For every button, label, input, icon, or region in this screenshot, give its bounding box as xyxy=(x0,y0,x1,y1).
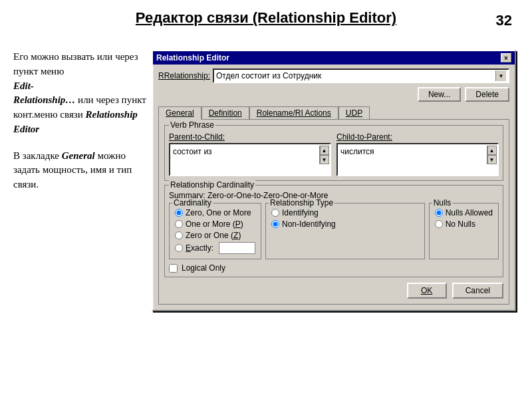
tab-definition[interactable]: Definition xyxy=(201,106,249,120)
relationship-combo-value: Отдел состоит из Сотрудник xyxy=(216,71,321,80)
page-title: Редактор связи (Relationship Editor) xyxy=(136,9,396,27)
radio-no-nulls: No Nulls xyxy=(435,219,493,229)
radio-nulls-allowed-label: Nulls Allowed xyxy=(446,208,493,217)
new-delete-buttons: New... Delete xyxy=(158,87,509,102)
relationship-editor-dialog: Relationship Editor × RRelationship: Отд… xyxy=(152,50,516,311)
tab-panel-general: Verb Phrase Parent-to-Child: состоит из … xyxy=(158,119,509,305)
rel-type-label: Relationship Type xyxy=(269,198,334,207)
nulls-group: Nulls Nulls Allowed No Nulls xyxy=(429,203,499,259)
bottom-buttons: OK Cancel xyxy=(164,283,503,299)
tab-general[interactable]: General xyxy=(158,106,201,120)
cancel-button[interactable]: Cancel xyxy=(452,283,503,299)
cardinality-group: Relationship Cardinality Summary: Zero-o… xyxy=(164,185,503,277)
radio-no-nulls-label: No Nulls xyxy=(446,219,475,229)
child-to-parent-input[interactable]: числится ▲ ▼ xyxy=(336,143,499,176)
relationship-label-rest: Relationship: xyxy=(164,71,210,80)
ctp-label-rest: hild-to-Parent: xyxy=(342,132,392,142)
radio-identifying-label: Identifying xyxy=(282,208,319,217)
radio-exactly-label: Exactly: xyxy=(186,243,213,253)
dialog-titlebar: Relationship Editor × xyxy=(153,51,515,65)
ptc-underline: P xyxy=(169,132,174,142)
logical-only-label: Logical Only xyxy=(182,263,225,273)
scroll-down-arrow[interactable]: ▼ xyxy=(320,155,329,164)
radio-zero-one-more-label: Zero, One or More xyxy=(186,208,251,217)
exactly-value-input[interactable] xyxy=(219,242,255,254)
radio-exactly-input[interactable] xyxy=(175,244,183,252)
left-text-para2-start: В закладке xyxy=(13,150,62,161)
parent-to-child-input[interactable]: состоит из ▲ ▼ xyxy=(169,143,331,176)
ptc-scrollbar[interactable]: ▲ ▼ xyxy=(319,146,329,164)
relationship-combo[interactable]: Отдел состоит из Сотрудник ▼ xyxy=(213,68,509,83)
radio-one-more: One or More (P) xyxy=(175,219,255,229)
ctp-scroll-down[interactable]: ▼ xyxy=(487,155,497,164)
page-background: 32 Редактор связи (Relationship Editor) … xyxy=(0,0,532,399)
child-to-parent-col: Child-to-Parent: числится ▲ ▼ xyxy=(336,132,499,176)
ok-btn-u: O xyxy=(421,286,427,295)
ok-button[interactable]: OK xyxy=(407,283,447,299)
ok-btn-k: K xyxy=(427,286,432,295)
tab-definition-label: Definition xyxy=(209,108,242,118)
relationship-label: RRelationship: xyxy=(158,71,213,80)
page-number: 32 xyxy=(496,12,512,29)
left-text-italic1: Edit-Relationship… xyxy=(13,80,75,106)
parent-to-child-value: состоит из xyxy=(172,146,319,158)
delete-button[interactable]: Delete xyxy=(465,87,509,102)
tab-udp[interactable]: UDP xyxy=(338,106,370,120)
left-text-general: General xyxy=(62,150,95,161)
verb-phrase-group: Verb Phrase Parent-to-Child: состоит из … xyxy=(164,125,503,181)
combo-dropdown-arrow[interactable]: ▼ xyxy=(495,70,506,81)
cardinality-inner: Cardinality Zero, One or More One or Mor… xyxy=(169,203,499,259)
nulls-label: Nulls xyxy=(432,198,453,207)
new-button[interactable]: New... xyxy=(418,87,461,102)
scroll-up-arrow[interactable]: ▲ xyxy=(320,146,329,155)
child-to-parent-value: числится xyxy=(339,146,487,158)
child-to-parent-label: Child-to-Parent: xyxy=(336,132,499,142)
ctp-scrollbar[interactable]: ▲ ▼ xyxy=(487,146,496,164)
logical-only-checkbox[interactable] xyxy=(169,264,178,273)
cardinality-group-label: Relationship Cardinality xyxy=(169,180,255,190)
radio-identifying: Identifying xyxy=(271,208,419,217)
tab-rolename[interactable]: Rolename/RI Actions xyxy=(249,106,338,120)
tab-udp-label: UDP xyxy=(346,108,362,118)
dialog-body: RRelationship: Отдел состоит из Сотрудни… xyxy=(153,65,515,310)
radio-non-identifying-input[interactable] xyxy=(271,220,279,228)
verb-phrase-label: Verb Phrase xyxy=(169,120,215,130)
radio-zero-one-label: Zero or One (Z) xyxy=(186,231,241,240)
relationship-label-r: R xyxy=(158,71,164,80)
tab-general-label: General xyxy=(166,108,194,118)
radio-one-more-input[interactable] xyxy=(175,220,183,228)
logical-only-row: Logical Only xyxy=(169,263,499,273)
ptc-label-rest: arent-to-Child: xyxy=(174,132,225,142)
radio-zero-one-more: Zero, One or More xyxy=(175,208,255,217)
left-text-para2: В закладке General можно задать мощность… xyxy=(13,149,146,192)
cardinality-subgroup-label: Cardinality xyxy=(172,198,213,207)
radio-zero-one-input[interactable] xyxy=(175,231,183,239)
parent-to-child-label: Parent-to-Child: xyxy=(169,132,331,142)
left-text-para1: Его можно вызвать или через пункт меню xyxy=(13,51,138,76)
radio-nulls-allowed: Nulls Allowed xyxy=(435,208,493,217)
left-text-block: Его можно вызвать или через пункт меню E… xyxy=(13,50,146,192)
radio-nulls-allowed-input[interactable] xyxy=(435,209,443,217)
dialog-title: Relationship Editor xyxy=(156,53,229,63)
radio-zero-one: Zero or One (Z) xyxy=(175,231,255,240)
radio-identifying-input[interactable] xyxy=(271,209,279,217)
parent-to-child-col: Parent-to-Child: состоит из ▲ ▼ xyxy=(169,132,331,176)
ctp-underline: C xyxy=(336,132,342,142)
verb-phrase-inner: Parent-to-Child: состоит из ▲ ▼ xyxy=(169,132,499,176)
tabs-row: General Definition Rolename/RI Actions U… xyxy=(158,106,509,119)
radio-non-identifying: Non-Identifying xyxy=(271,219,419,229)
cardinality-subgroup: Cardinality Zero, One or More One or Mor… xyxy=(169,203,261,259)
ctp-scroll-up[interactable]: ▲ xyxy=(487,146,497,155)
radio-no-nulls-input[interactable] xyxy=(435,220,443,228)
radio-one-more-label: One or More (P) xyxy=(186,219,243,229)
radio-non-identifying-label: Non-Identifying xyxy=(282,219,336,229)
radio-exactly: Exactly: xyxy=(175,242,255,254)
dialog-close-button[interactable]: × xyxy=(501,53,511,63)
tab-rolename-label: Rolename/RI Actions xyxy=(257,108,331,118)
radio-zero-one-more-input[interactable] xyxy=(175,209,183,217)
relationship-row: RRelationship: Отдел состоит из Сотрудни… xyxy=(158,68,509,83)
relationship-type-group: Relationship Type Identifying Non-Identi… xyxy=(265,203,425,259)
